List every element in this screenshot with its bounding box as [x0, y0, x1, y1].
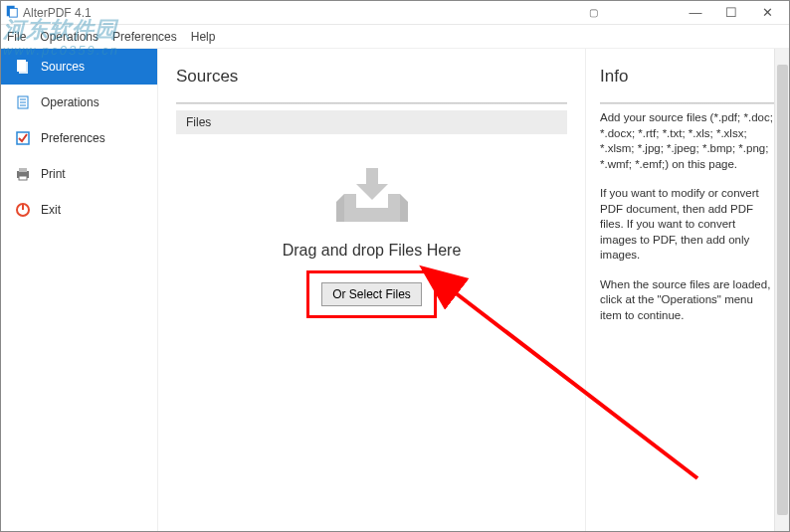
info-title: Info — [600, 67, 775, 87]
page-title: Sources — [176, 67, 567, 87]
drop-label: Drag and drop Files Here — [283, 242, 462, 260]
document-icon — [15, 94, 31, 110]
sidebar-label: Preferences — [41, 131, 105, 145]
vertical-scrollbar[interactable] — [774, 49, 789, 531]
app-title: AlterPDF 4.1 — [23, 6, 589, 20]
download-box-icon — [334, 164, 410, 230]
checkbox-icon — [15, 130, 31, 146]
svg-rect-11 — [19, 176, 27, 180]
select-files-button[interactable]: Or Select Files — [321, 282, 422, 306]
sidebar-item-preferences[interactable]: Preferences — [1, 120, 157, 156]
info-text: When the source files are loaded, click … — [600, 277, 775, 324]
power-icon — [15, 202, 31, 218]
close-button[interactable]: ✕ — [749, 2, 785, 24]
minimize-button[interactable]: ― — [678, 2, 713, 24]
sidebar: Sources Operations Preferences Print Exi… — [1, 49, 158, 532]
info-text: Add your source files (*.pdf; *.doc; *.d… — [600, 110, 775, 172]
menu-operations[interactable]: Operations — [40, 30, 99, 44]
svg-rect-10 — [19, 168, 27, 172]
content-area: Sources Files Drag and drop Files Here O… — [158, 49, 585, 532]
maximize-button[interactable]: ☐ — [713, 2, 749, 24]
sidebar-label: Exit — [41, 203, 61, 217]
files-column-header: Files — [176, 110, 567, 134]
svg-rect-1 — [9, 8, 17, 17]
files-icon — [15, 59, 31, 75]
menu-help[interactable]: Help — [191, 30, 216, 44]
sidebar-label: Operations — [41, 95, 99, 109]
decorative-square: ▢ — [589, 7, 598, 18]
divider — [176, 102, 567, 104]
menu-preferences[interactable]: Preferences — [112, 30, 177, 44]
sidebar-item-print[interactable]: Print — [1, 156, 157, 192]
svg-rect-3 — [19, 62, 28, 74]
highlight-box: Or Select Files — [306, 270, 437, 318]
titlebar: AlterPDF 4.1 ▢ ― ☐ ✕ — [1, 1, 789, 25]
sidebar-label: Sources — [41, 60, 85, 74]
app-icon — [5, 4, 19, 21]
info-text: If you want to modify or convert PDF doc… — [600, 186, 775, 264]
info-panel: Info Add your source files (*.pdf; *.doc… — [585, 49, 789, 532]
printer-icon — [15, 166, 31, 182]
divider — [600, 102, 775, 104]
sidebar-item-exit[interactable]: Exit — [1, 192, 157, 228]
drop-zone[interactable]: Drag and drop Files Here Or Select Files — [176, 164, 567, 318]
sidebar-item-sources[interactable]: Sources — [1, 49, 157, 85]
menubar: File Operations Preferences Help — [1, 25, 789, 49]
scrollbar-thumb[interactable] — [777, 65, 788, 515]
sidebar-item-operations[interactable]: Operations — [1, 85, 157, 120]
sidebar-label: Print — [41, 167, 66, 181]
menu-file[interactable]: File — [7, 30, 26, 44]
